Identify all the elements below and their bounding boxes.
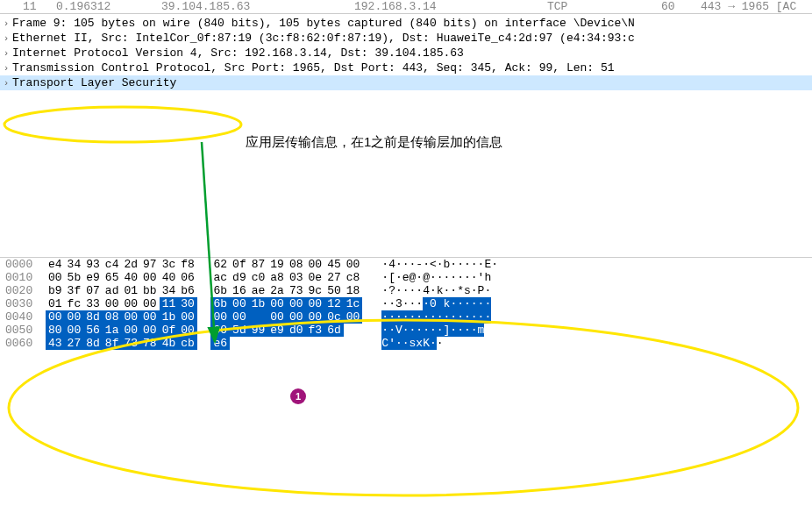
hex-byte[interactable]: 30 (178, 297, 197, 310)
hex-byte[interactable]: 08 (287, 258, 306, 271)
hex-byte[interactable]: d0 (287, 324, 306, 337)
hex-byte[interactable]: b6 (178, 284, 197, 297)
hex-byte[interactable]: 00 (65, 310, 84, 324)
hex-row[interactable]: 0010005be96540004006 acd9c0a8030e27c8·[·… (0, 271, 812, 284)
hex-byte[interactable]: 93 (83, 258, 103, 271)
hex-byte[interactable]: 50 (324, 284, 344, 297)
detail-ip[interactable]: › Internet Protocol Version 4, Src: 192.… (0, 46, 812, 61)
hex-byte[interactable]: 0f (230, 258, 249, 271)
hex-byte[interactable]: e9 (83, 271, 103, 284)
hex-row[interactable]: 004000008d0800001b00 0000 0000000c00····… (0, 310, 812, 324)
hex-byte[interactable]: 00 (306, 297, 325, 310)
hex-byte[interactable]: 6b (210, 284, 230, 297)
hex-byte[interactable]: 45 (324, 258, 344, 271)
hex-byte[interactable]: 00 (103, 297, 122, 310)
detail-frame[interactable]: › Frame 9: 105 bytes on wire (840 bits),… (0, 16, 812, 31)
hex-byte[interactable]: c8 (344, 271, 363, 284)
hex-byte[interactable]: 27 (65, 337, 84, 350)
hex-byte[interactable]: 00 (306, 310, 325, 324)
hex-byte[interactable]: 80 (46, 324, 65, 337)
packet-details-pane[interactable]: › Frame 9: 105 bytes on wire (840 bits),… (0, 14, 812, 92)
hex-byte[interactable]: 18 (344, 284, 363, 297)
hex-row[interactable]: 003001fc330000001130 6b001b000000121c··3… (0, 297, 812, 310)
hex-byte[interactable]: 1b (160, 310, 179, 324)
hex-byte[interactable]: 4b (160, 337, 179, 350)
hex-byte[interactable]: 00 (178, 324, 197, 337)
hex-row[interactable]: 0020b93f07ad01bb34b6 6b16ae2a739c5018·?·… (0, 284, 812, 297)
hex-byte[interactable]: 56 (83, 324, 103, 337)
hex-byte[interactable] (344, 324, 363, 337)
hex-byte[interactable]: 3c (160, 258, 179, 271)
hex-byte[interactable]: 00 (140, 324, 160, 337)
hex-byte[interactable]: 1c (344, 297, 363, 310)
hex-byte[interactable]: c4 (103, 258, 122, 271)
detail-tls[interactable]: › Transport Layer Security (0, 75, 812, 90)
hex-byte[interactable]: 00 (230, 297, 249, 310)
hex-row[interactable]: 00508000561a00000f00 005d99e9d0f36d ··V·… (0, 324, 812, 337)
hex-byte[interactable]: a8 (267, 271, 287, 284)
expander-icon[interactable]: › (0, 63, 12, 74)
hex-byte[interactable]: f3 (306, 324, 325, 337)
hex-byte[interactable]: 01 (46, 297, 65, 310)
hex-byte[interactable]: ac (210, 271, 230, 284)
hex-byte[interactable]: 19 (267, 258, 287, 271)
hex-byte[interactable]: 00 (267, 310, 287, 324)
hex-byte[interactable]: ad (103, 284, 122, 297)
hex-byte[interactable]: e9 (267, 324, 287, 337)
hex-byte[interactable]: 43 (46, 337, 65, 350)
hex-byte[interactable]: 00 (287, 297, 306, 310)
hex-byte[interactable]: 6d (324, 324, 344, 337)
hex-byte[interactable]: 00 (46, 271, 65, 284)
hex-byte[interactable]: 00 (121, 310, 140, 324)
hex-byte[interactable]: 16 (230, 284, 249, 297)
hex-byte[interactable]: 00 (121, 324, 140, 337)
hex-row[interactable]: 006043278d8f73784bcb e6 C'··sxK·· (0, 337, 812, 350)
hex-byte[interactable] (230, 337, 249, 350)
hex-byte[interactable]: 00 (267, 297, 287, 310)
hex-byte[interactable]: 00 (140, 271, 160, 284)
hex-byte[interactable]: 00 (178, 310, 197, 324)
hex-byte[interactable] (306, 337, 325, 350)
hex-byte[interactable]: 0e (306, 271, 325, 284)
hex-byte[interactable]: 12 (324, 297, 344, 310)
hex-byte[interactable]: 00 (46, 310, 65, 324)
hex-dump-pane[interactable]: 0000e43493c42d973cf8 620f871908004500·4·… (0, 257, 812, 350)
hex-byte[interactable]: d9 (230, 271, 249, 284)
hex-byte[interactable] (249, 337, 268, 350)
hex-byte[interactable]: 33 (83, 297, 103, 310)
hex-byte[interactable]: e4 (46, 258, 65, 271)
hex-byte[interactable]: fc (65, 297, 84, 310)
hex-row[interactable]: 0000e43493c42d973cf8 620f871908004500·4·… (0, 258, 812, 271)
hex-byte[interactable]: 00 (344, 310, 363, 324)
hex-byte[interactable]: 00 (344, 258, 363, 271)
hex-byte[interactable]: 07 (83, 284, 103, 297)
hex-byte[interactable]: 40 (160, 271, 179, 284)
hex-byte[interactable]: 0f (160, 324, 179, 337)
hex-byte[interactable]: 2d (121, 258, 140, 271)
hex-byte[interactable] (324, 337, 344, 350)
hex-byte[interactable]: 0c (324, 310, 344, 324)
hex-byte[interactable]: 00 (210, 324, 230, 337)
hex-byte[interactable]: e6 (210, 337, 230, 350)
hex-byte[interactable]: 9c (306, 284, 325, 297)
hex-byte[interactable]: 2a (267, 284, 287, 297)
expander-icon[interactable]: › (0, 33, 12, 44)
hex-byte[interactable]: 34 (65, 258, 84, 271)
hex-byte[interactable]: 5b (65, 271, 84, 284)
hex-byte[interactable]: cb (178, 337, 197, 350)
hex-byte[interactable]: 6b (210, 297, 230, 310)
hex-byte[interactable]: 00 (210, 310, 230, 324)
hex-byte[interactable]: 00 (306, 258, 325, 271)
hex-byte[interactable]: 34 (160, 284, 179, 297)
hex-byte[interactable] (267, 337, 287, 350)
hex-byte[interactable]: 00 (140, 310, 160, 324)
hex-byte[interactable]: 1b (249, 297, 268, 310)
hex-byte[interactable]: 8d (83, 337, 103, 350)
hex-byte[interactable]: bb (140, 284, 160, 297)
hex-byte[interactable]: 97 (140, 258, 160, 271)
hex-byte[interactable]: 65 (103, 271, 122, 284)
detail-ethernet[interactable]: › Ethernet II, Src: IntelCor_0f:87:19 (3… (0, 31, 812, 46)
hex-byte[interactable]: 8d (83, 310, 103, 324)
hex-byte[interactable] (344, 337, 363, 350)
expander-icon[interactable]: › (0, 18, 12, 29)
